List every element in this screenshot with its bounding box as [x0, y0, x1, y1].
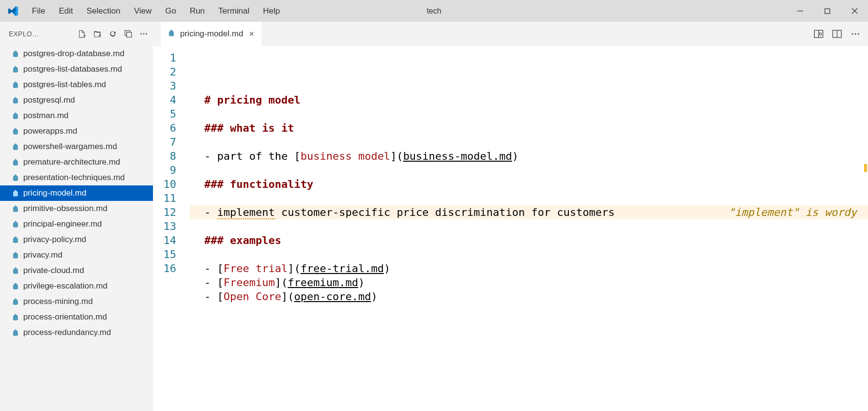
file-item[interactable]: process-mining.md — [0, 294, 153, 309]
overview-ruler-warning-icon — [864, 164, 867, 172]
file-name: private-cloud.md — [23, 266, 84, 275]
menu-edit[interactable]: Edit — [52, 3, 79, 19]
new-file-icon[interactable] — [77, 30, 86, 38]
code-line-13[interactable]: - [Free trial](free-trial.md) — [190, 261, 868, 275]
menu-go[interactable]: Go — [158, 3, 183, 19]
code-line-1[interactable]: # pricing model — [190, 93, 868, 107]
open-preview-side-icon[interactable] — [814, 29, 823, 39]
code-line-11[interactable]: ### examples — [190, 233, 868, 247]
markdown-file-icon — [12, 236, 19, 244]
window-controls — [787, 0, 868, 22]
file-item[interactable]: postgres-drop-database.md — [0, 46, 153, 61]
file-list[interactable]: postgres-drop-database.mdpostgres-list-d… — [0, 46, 153, 411]
file-name: postgres-drop-database.md — [23, 49, 124, 59]
svg-point-9 — [819, 33, 822, 35]
menu-run[interactable]: Run — [183, 3, 212, 19]
explorer-title: EXPLO… — [9, 30, 39, 38]
file-item[interactable]: process-redundancy.md — [0, 325, 153, 340]
code-line-8[interactable] — [190, 191, 868, 205]
menu-file[interactable]: File — [25, 3, 52, 19]
menu-help[interactable]: Help — [256, 3, 287, 19]
file-name: primitive-obsession.md — [23, 204, 107, 213]
file-item[interactable]: process-orientation.md — [0, 309, 153, 325]
markdown-file-icon — [12, 251, 19, 259]
menu-view[interactable]: View — [127, 3, 159, 19]
split-editor-icon[interactable] — [832, 29, 842, 39]
code-line-3[interactable]: ### what is it — [190, 121, 868, 135]
file-item[interactable]: postgresql.md — [0, 92, 153, 108]
file-name: pricing-model.md — [23, 188, 86, 198]
file-name: postgres-list-databases.md — [23, 64, 122, 74]
file-item[interactable]: powerapps.md — [0, 123, 153, 139]
tab-pricing-model[interactable]: pricing-model.md × — [161, 22, 262, 46]
markdown-file-icon — [12, 282, 19, 290]
markdown-file-icon — [12, 96, 19, 104]
svg-rect-0 — [797, 11, 803, 11]
code-line-16[interactable] — [190, 304, 868, 318]
more-icon[interactable] — [139, 30, 148, 38]
file-item[interactable]: premature-architecture.md — [0, 154, 153, 170]
markdown-file-icon — [12, 127, 19, 135]
markdown-file-icon — [12, 189, 19, 197]
minimize-button[interactable] — [787, 0, 814, 22]
tab-close-icon[interactable]: × — [248, 28, 255, 40]
file-item[interactable]: postgres-list-tables.md — [0, 77, 153, 92]
new-folder-icon[interactable] — [93, 30, 102, 38]
code-line-12[interactable] — [190, 247, 868, 261]
svg-rect-1 — [825, 9, 830, 14]
svg-point-12 — [852, 33, 853, 34]
svg-point-5 — [143, 33, 145, 35]
tab-row: pricing-model.md × — [153, 22, 868, 46]
explorer-header: EXPLO… — [0, 22, 153, 46]
code-content[interactable]: # pricing model ### what is it - part of… — [190, 51, 868, 411]
file-name: process-orientation.md — [23, 312, 107, 322]
collapse-icon[interactable] — [124, 30, 133, 38]
file-item[interactable]: principal-engineer.md — [0, 216, 153, 232]
editor-more-icon[interactable] — [851, 29, 860, 39]
code-line-14[interactable]: - [Freemium](freemium.md) — [190, 275, 868, 289]
tab-filename: pricing-model.md — [180, 29, 243, 39]
file-name: premature-architecture.md — [23, 157, 120, 167]
maximize-button[interactable] — [814, 0, 841, 22]
file-item[interactable]: pricing-model.md — [0, 185, 153, 201]
menu-terminal[interactable]: Terminal — [212, 3, 256, 19]
file-item[interactable]: private-cloud.md — [0, 263, 153, 278]
file-name: privilege-escalation.md — [23, 281, 107, 291]
file-item[interactable]: powershell-wargames.md — [0, 139, 153, 154]
file-name: process-mining.md — [23, 297, 93, 306]
file-name: postgres-list-tables.md — [23, 80, 106, 90]
markdown-file-icon — [12, 50, 19, 58]
editor-area: pricing-model.md × 123456789101112131415… — [153, 22, 868, 411]
markdown-file-icon — [12, 158, 19, 166]
svg-point-4 — [140, 33, 142, 35]
menu-selection[interactable]: Selection — [80, 3, 127, 19]
explorer-sidebar: EXPLO… postgres-drop-database.mdpostgres… — [0, 22, 153, 411]
file-item[interactable]: presentation-techniques.md — [0, 170, 153, 185]
file-item[interactable]: postman.md — [0, 108, 153, 123]
close-button[interactable] — [841, 0, 868, 22]
code-line-4[interactable] — [190, 135, 868, 149]
code-line-9[interactable]: - implement customer-specific price disc… — [190, 205, 868, 219]
svg-point-14 — [858, 33, 859, 34]
file-item[interactable]: privacy-policy.md — [0, 232, 153, 247]
code-line-15[interactable]: - [Open Core](open-core.md) — [190, 289, 868, 304]
svg-point-6 — [146, 33, 147, 35]
editor-body[interactable]: 12345678910111213141516 # pricing model … — [153, 51, 868, 411]
file-name: privacy.md — [23, 250, 62, 260]
code-line-2[interactable] — [190, 107, 868, 121]
code-line-10[interactable] — [190, 219, 868, 233]
file-item[interactable]: privilege-escalation.md — [0, 278, 153, 294]
file-name: postman.md — [23, 111, 69, 121]
code-line-7[interactable]: ### functionality — [190, 177, 868, 191]
file-item[interactable]: primitive-obsession.md — [0, 201, 153, 216]
markdown-file-icon — [12, 267, 19, 274]
vscode-logo-icon — [8, 5, 19, 17]
file-name: privacy-policy.md — [23, 235, 86, 244]
code-line-5[interactable]: - part of the [business model](business-… — [190, 149, 868, 163]
file-name: powershell-wargames.md — [23, 142, 117, 152]
file-name: process-redundancy.md — [23, 328, 111, 337]
refresh-icon[interactable] — [108, 30, 117, 38]
file-item[interactable]: postgres-list-databases.md — [0, 61, 153, 77]
file-item[interactable]: privacy.md — [0, 247, 153, 263]
code-line-6[interactable] — [190, 163, 868, 177]
